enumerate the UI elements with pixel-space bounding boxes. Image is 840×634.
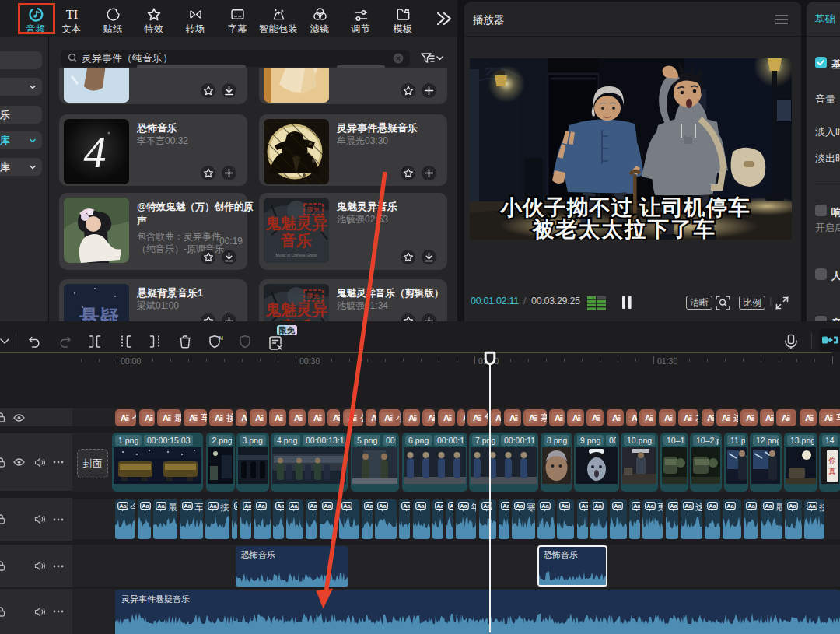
svg-text:A: A xyxy=(443,413,450,422)
svg-text:Aa: Aa xyxy=(709,503,716,510)
svg-text:Aa: Aa xyxy=(277,503,284,510)
svg-text:A: A xyxy=(746,413,752,422)
svg-text:Aa: Aa xyxy=(236,503,237,510)
svg-text:A: A xyxy=(824,413,831,422)
svg-text:Aa: Aa xyxy=(765,503,772,510)
svg-text:A: A xyxy=(294,413,300,422)
svg-text:Aa: Aa xyxy=(646,503,654,510)
svg-text:Aa: Aa xyxy=(808,503,816,510)
svg-text:A: A xyxy=(371,413,376,422)
svg-text:A: A xyxy=(189,413,195,422)
svg-text:A: A xyxy=(509,413,516,422)
svg-text:A: A xyxy=(463,413,465,422)
svg-text:A: A xyxy=(495,413,501,422)
svg-text:限免: 限免 xyxy=(307,292,320,299)
svg-text:Aa: Aa xyxy=(209,503,217,510)
svg-text:TI: TI xyxy=(65,7,78,22)
svg-text:Aa: Aa xyxy=(436,503,443,510)
svg-text:A: A xyxy=(572,413,579,422)
svg-text:Aa: Aa xyxy=(614,503,621,510)
svg-text:Aa: Aa xyxy=(417,503,425,510)
svg-text:Aa: Aa xyxy=(633,503,640,510)
svg-text:A: A xyxy=(632,413,637,422)
svg-text:Aa: Aa xyxy=(594,503,602,510)
svg-text:Aa: Aa xyxy=(290,503,298,510)
svg-text:A: A xyxy=(645,413,651,422)
svg-text:Aa: Aa xyxy=(379,503,387,510)
svg-text:A: A xyxy=(145,413,151,422)
svg-text:A: A xyxy=(215,413,221,422)
svg-text:悬疑: 悬疑 xyxy=(78,306,120,321)
svg-text:A: A xyxy=(664,413,670,422)
svg-text:A: A xyxy=(241,413,247,422)
svg-text:A: A xyxy=(163,413,169,422)
svg-text:小伙子拗不过 让司机停车: 小伙子拗不过 让司机停车 xyxy=(499,195,750,219)
svg-text:A: A xyxy=(707,413,713,422)
svg-text:Aa: Aa xyxy=(310,503,317,510)
svg-text:Music of Chinese Ghost: Music of Chinese Ghost xyxy=(275,253,317,257)
svg-text:Aa: Aa xyxy=(789,503,796,510)
svg-text:Aa: Aa xyxy=(747,503,755,510)
svg-text:A: A xyxy=(255,413,261,422)
svg-text:Aa: Aa xyxy=(541,503,549,510)
svg-text:A: A xyxy=(529,413,535,422)
svg-text:Aa: Aa xyxy=(561,503,569,510)
svg-text:鬼魅灵异: 鬼魅灵异 xyxy=(264,215,327,232)
svg-text:Aa: Aa xyxy=(184,503,191,510)
svg-text:Aa: Aa xyxy=(403,503,410,510)
svg-text:A: A xyxy=(333,413,339,422)
svg-text:Aa: Aa xyxy=(343,503,351,510)
svg-text:A: A xyxy=(805,413,811,422)
svg-text:A: A xyxy=(722,413,728,422)
svg-text:被老太太拉下了车: 被老太太拉下了车 xyxy=(532,217,716,240)
svg-text:真: 真 xyxy=(829,468,836,475)
svg-text:A: A xyxy=(313,413,320,422)
svg-text:A: A xyxy=(121,413,127,422)
svg-text:A: A xyxy=(782,413,788,422)
svg-text:A: A xyxy=(555,413,561,422)
svg-text:鬼魅灵异: 鬼魅灵异 xyxy=(264,301,327,318)
svg-text:A: A xyxy=(612,413,618,422)
svg-text:限免: 限免 xyxy=(307,206,320,213)
svg-text:你: 你 xyxy=(828,457,836,464)
svg-text:Aa: Aa xyxy=(516,503,523,510)
svg-text:Aa: Aa xyxy=(726,503,734,510)
svg-text:Aa: Aa xyxy=(684,503,692,510)
svg-text:A: A xyxy=(408,413,415,422)
svg-text:音乐: 音乐 xyxy=(280,232,312,249)
svg-text:Aa: Aa xyxy=(324,503,331,510)
svg-text:Aa: Aa xyxy=(257,503,265,510)
svg-text:4: 4 xyxy=(84,127,107,177)
svg-text:Aa: Aa xyxy=(366,503,373,510)
svg-text:Aa: Aa xyxy=(502,503,509,510)
svg-text:A: A xyxy=(765,413,772,422)
svg-text:Aa: Aa xyxy=(581,503,588,510)
svg-text:A: A xyxy=(348,413,355,422)
svg-text:Aa: Aa xyxy=(119,503,127,510)
svg-text:Aa: Aa xyxy=(450,503,453,510)
svg-text:Aa: Aa xyxy=(244,503,251,510)
svg-text:A: A xyxy=(592,413,598,422)
svg-text:Aa: Aa xyxy=(460,503,467,510)
svg-text:A: A xyxy=(473,413,479,422)
svg-text:Aa: Aa xyxy=(670,503,677,510)
svg-text:A: A xyxy=(275,413,281,422)
svg-text:A: A xyxy=(684,413,690,422)
svg-text:A: A xyxy=(384,413,390,422)
svg-text:A: A xyxy=(428,413,434,422)
svg-text:Aa: Aa xyxy=(142,503,149,510)
svg-text:Aa: Aa xyxy=(157,503,165,510)
